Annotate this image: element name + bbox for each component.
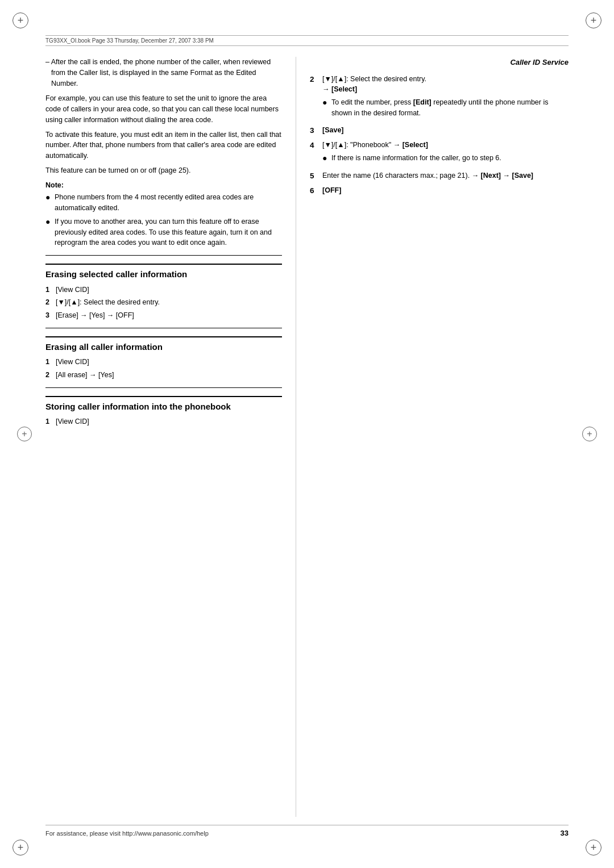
step-2-1: 1 [View CID] — [45, 357, 282, 368]
section3-heading: Storing caller information into the phon… — [45, 396, 282, 414]
right-step-4-bullet: ● If there is name information for the c… — [322, 153, 569, 164]
para3: This feature can be turned on or off (pa… — [45, 165, 282, 176]
right-step-4-line1: [▼]/[▲]: "Phonebook" → [Select] — [322, 140, 569, 151]
corner-mark-tr — [583, 10, 604, 31]
right-step-num-4: 4 — [310, 140, 322, 151]
bullet-dot-2: ● — [45, 216, 52, 228]
right-step-num-3: 3 — [310, 125, 322, 136]
step-1-1: 1 [View CID] — [45, 285, 282, 295]
note-label: Note: — [45, 180, 282, 191]
right-step-content-5: Enter the name (16 characters max.; page… — [322, 170, 569, 181]
note-bullet-2-text: If you move to another area, you can tur… — [55, 216, 282, 248]
side-mark-right — [582, 427, 597, 441]
right-step-5: 5 Enter the name (16 characters max.; pa… — [310, 170, 569, 182]
right-step-3-line1: [Save] — [322, 125, 569, 136]
bullet-dot-r4: ● — [322, 152, 329, 164]
right-step-2-line2: → [Select] — [322, 84, 569, 95]
para2: To activate this feature, you must edit … — [45, 130, 282, 161]
right-step-num-2: 2 — [310, 74, 322, 85]
corner-mark-tl — [10, 10, 31, 31]
right-column: Caller ID Service 2 [▼]/[▲]: Select the … — [296, 57, 569, 817]
right-step-2-line1: [▼]/[▲]: Select the desired entry. — [322, 74, 569, 85]
right-step-5-line1: Enter the name (16 characters max.; page… — [322, 170, 569, 181]
corner-mark-br — [583, 837, 604, 858]
section-title: Caller ID Service — [310, 57, 569, 68]
note-bullet-2: ● If you move to another area, you can t… — [45, 216, 282, 248]
step-num-2-1: 1 — [45, 357, 56, 368]
section-divider-1 — [45, 255, 282, 256]
step-content-2-2: [All erase] → [Yes] — [56, 370, 282, 381]
note-bullet-1: ● Phone numbers from the 4 most recently… — [45, 192, 282, 214]
para1: For example, you can use this feature to… — [45, 93, 282, 125]
right-step-2-bullet: ● To edit the number, press [Edit] repea… — [322, 97, 569, 119]
page-number: 33 — [561, 829, 569, 837]
content-area: – After the call is ended, the phone num… — [45, 57, 569, 817]
meta-bar: TG93XX_OI.book Page 33 Thursday, Decembe… — [45, 35, 569, 46]
right-step-3: 3 [Save] — [310, 125, 569, 136]
left-column: – After the call is ended, the phone num… — [45, 57, 296, 817]
step-num-1-1: 1 — [45, 285, 56, 295]
right-step-content-3: [Save] — [322, 125, 569, 136]
right-step-2-bullet-text: To edit the number, press [Edit] repeate… — [331, 97, 569, 119]
bullet-dot-1: ● — [45, 191, 52, 203]
right-step-4: 4 [▼]/[▲]: "Phonebook" → [Select] ● If t… — [310, 140, 569, 167]
right-step-content-2: [▼]/[▲]: Select the desired entry. → [Se… — [322, 74, 569, 122]
page: TG93XX_OI.book Page 33 Thursday, Decembe… — [0, 0, 614, 868]
step-content-1-1: [View CID] — [56, 285, 282, 295]
step-content-3-1: [View CID] — [56, 416, 282, 427]
step-2-2: 2 [All erase] → [Yes] — [45, 370, 282, 381]
step-content-1-2: [▼]/[▲]: Select the desired entry. — [56, 297, 282, 308]
right-step-6: 6 [OFF] — [310, 185, 569, 197]
bullet-dot-r2: ● — [322, 97, 329, 108]
section1-heading: Erasing selected caller information — [45, 264, 282, 281]
right-step-content-6: [OFF] — [322, 185, 569, 196]
right-step-num-6: 6 — [310, 185, 322, 197]
right-step-num-5: 5 — [310, 170, 322, 182]
note-bullet-1-text: Phone numbers from the 4 most recently e… — [55, 192, 282, 214]
step-1-3: 3 [Erase] → [Yes] → [OFF] — [45, 310, 282, 321]
right-step-2: 2 [▼]/[▲]: Select the desired entry. → [… — [310, 74, 569, 122]
side-mark-left — [17, 427, 32, 441]
step-num-3-1: 1 — [45, 416, 56, 427]
section-divider-3 — [45, 387, 282, 388]
section-divider-2 — [45, 328, 282, 328]
section2-heading: Erasing all caller information — [45, 336, 282, 354]
right-step-content-4: [▼]/[▲]: "Phonebook" → [Select] ● If the… — [322, 140, 569, 167]
corner-mark-bl — [10, 837, 31, 858]
step-num-1-3: 3 — [45, 310, 56, 321]
footer-assistance-text: For assistance, please visit http://www.… — [45, 830, 209, 837]
right-step-4-bullet-text: If there is name information for the cal… — [331, 153, 569, 164]
step-num-2-2: 2 — [45, 370, 56, 381]
footer: For assistance, please visit http://www.… — [45, 825, 569, 837]
right-step-6-line1: [OFF] — [322, 185, 569, 196]
step-3-1: 1 [View CID] — [45, 416, 282, 427]
step-content-2-1: [View CID] — [56, 357, 282, 368]
dash-intro-text: – After the call is ended, the phone num… — [45, 57, 282, 89]
step-num-1-2: 2 — [45, 297, 56, 308]
step-content-1-3: [Erase] → [Yes] → [OFF] — [56, 310, 282, 321]
step-1-2: 2 [▼]/[▲]: Select the desired entry. — [45, 297, 282, 308]
file-info: TG93XX_OI.book Page 33 Thursday, Decembe… — [45, 37, 214, 44]
